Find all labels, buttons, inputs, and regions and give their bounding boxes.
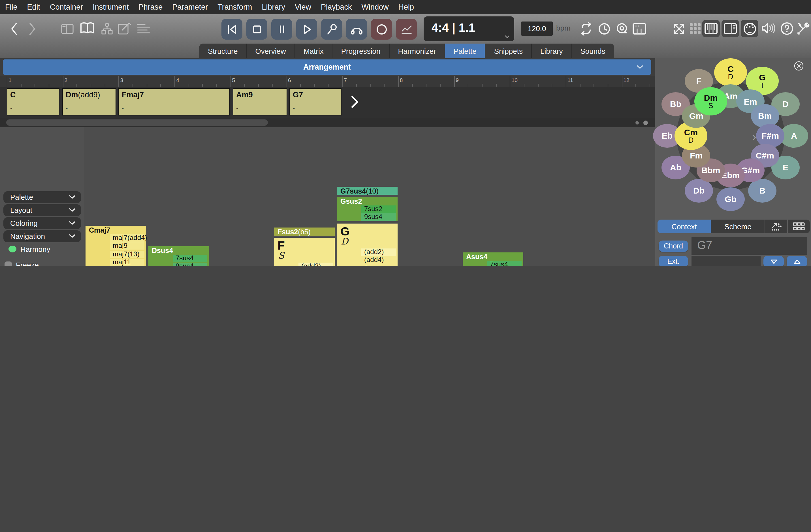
harmony-radio[interactable] xyxy=(9,246,16,252)
menu-help[interactable]: Help xyxy=(398,3,414,11)
transport-record-button[interactable] xyxy=(371,19,392,40)
chord-variant[interactable]: maj11 xyxy=(110,259,144,266)
transport-skip-start-button[interactable] xyxy=(221,19,242,40)
menu-file[interactable]: File xyxy=(5,3,18,11)
chord-block-G7sus4[interactable]: G7sus4(10) xyxy=(337,187,398,195)
ext-down-button[interactable] xyxy=(763,256,784,266)
transport-stop-button[interactable] xyxy=(246,19,267,40)
circle-chord-C[interactable]: CD xyxy=(714,58,747,87)
chord-variant[interactable]: 7sus4 xyxy=(173,255,207,262)
speaker-icon[interactable] xyxy=(761,21,776,35)
timeline-ruler[interactable]: 123456789101112 xyxy=(0,76,655,87)
menu-phrase[interactable]: Phrase xyxy=(138,3,163,11)
tab-structure[interactable]: Structure xyxy=(199,44,247,58)
tab-progression[interactable]: Progression xyxy=(333,44,389,58)
midi-din-button[interactable] xyxy=(741,20,758,37)
chord-block-Gsus2[interactable]: Gsus27sus29sus4 xyxy=(337,197,398,221)
menu-instrument[interactable]: Instrument xyxy=(93,3,129,11)
menu-library[interactable]: Library xyxy=(262,3,285,11)
freeze-checkbox[interactable] xyxy=(4,262,12,266)
menu-view[interactable]: View xyxy=(295,3,311,11)
estimate-scheme-icon[interactable] xyxy=(765,220,787,233)
next-chevron-icon[interactable] xyxy=(351,96,359,108)
library-book-icon[interactable] xyxy=(80,22,95,36)
menu-edit[interactable]: Edit xyxy=(27,3,41,11)
progression-view-icon[interactable] xyxy=(788,220,810,233)
menu-parameter[interactable]: Parameter xyxy=(172,3,208,11)
zoom-dot2-icon[interactable] xyxy=(643,121,648,125)
zoom-dot-icon[interactable] xyxy=(636,121,639,125)
tab-scheme[interactable]: Scheme xyxy=(711,220,765,233)
circle-next-icon[interactable]: › xyxy=(752,130,756,144)
grid-icon[interactable] xyxy=(690,23,701,34)
arrangement-chord-Am9[interactable]: Am9 - xyxy=(233,88,287,115)
chord-variant[interactable]: (add2) xyxy=(361,248,396,256)
chord-variant[interactable]: maj9 xyxy=(110,242,144,250)
chord-variant[interactable]: maj7(add4) xyxy=(110,234,144,242)
sidebar-dropdown-coloring[interactable]: Coloring xyxy=(3,217,81,229)
chord-variant[interactable]: 6 xyxy=(361,265,396,266)
chord-block-F[interactable]: FS(add2)6maj7(add9)6(add2)6(add9)maj9maj… xyxy=(274,238,335,266)
sidebar-dropdown-palette[interactable]: Palette xyxy=(3,191,81,203)
tools-icon[interactable] xyxy=(796,22,810,36)
loop-icon[interactable] xyxy=(579,22,594,36)
tab-sounds[interactable]: Sounds xyxy=(572,44,614,58)
chord-block-Fsus2[interactable]: Fsus2(b5) xyxy=(274,228,335,236)
chord-variant[interactable]: maj7(13) xyxy=(110,251,144,258)
chord-variant[interactable]: 7sus2 xyxy=(361,205,396,213)
circle-chord-Db[interactable]: Db xyxy=(685,179,713,203)
chord-block-Dsus4[interactable]: Dsus47sus49sus4 xyxy=(148,246,209,266)
chord-block-Cmaj7[interactable]: Cmaj7maj7(add4)maj9maj7(13)maj11 xyxy=(86,225,146,266)
transport-automation-button[interactable] xyxy=(396,19,417,40)
tab-matrix[interactable]: Matrix xyxy=(295,44,333,58)
midi-keyboard-icon[interactable] xyxy=(632,23,646,34)
transport-monitor-button[interactable] xyxy=(346,19,367,40)
chord-variant[interactable]: 9sus4 xyxy=(361,214,396,221)
menu-transform[interactable]: Transform xyxy=(217,3,252,11)
fullscreen-icon[interactable] xyxy=(673,22,685,35)
edit-icon[interactable] xyxy=(118,22,132,36)
menu-playback[interactable]: Playback xyxy=(321,3,352,11)
tab-context[interactable]: Context xyxy=(658,220,711,233)
help-icon[interactable] xyxy=(780,22,793,35)
transport-pause-button[interactable] xyxy=(271,19,292,40)
chord-variant[interactable]: 9sus4 xyxy=(173,263,207,266)
circle-chord-Gb[interactable]: Gb xyxy=(716,187,745,211)
arrangement-chord-Fmaj7[interactable]: Fmaj7 - xyxy=(118,88,230,115)
forward-button[interactable] xyxy=(27,21,37,36)
chord-field[interactable]: G7 xyxy=(691,237,807,255)
sidebar-toggle-button[interactable] xyxy=(721,20,739,37)
arrangement-chord-G7[interactable]: G7 - xyxy=(289,88,341,115)
tab-snippets[interactable]: Snippets xyxy=(486,44,532,58)
tempo-field[interactable]: 120.0 xyxy=(521,21,553,36)
ext-field[interactable] xyxy=(691,256,761,266)
structure-tree-icon[interactable] xyxy=(101,22,113,35)
transport-record-arm-button[interactable] xyxy=(321,19,342,40)
transport-play-button[interactable] xyxy=(296,19,317,40)
scrollbar-thumb[interactable] xyxy=(6,120,268,126)
ext-up-button[interactable] xyxy=(787,256,807,266)
punch-icon[interactable] xyxy=(616,22,628,35)
tab-overview[interactable]: Overview xyxy=(247,44,295,58)
back-button[interactable] xyxy=(9,21,19,36)
inspector-icon[interactable] xyxy=(61,24,74,34)
circle-chord-B[interactable]: B xyxy=(748,179,777,203)
arrangement-chord-Dm[interactable]: Dm(add9) - xyxy=(62,88,116,115)
piano-toggle-button[interactable] xyxy=(702,20,720,37)
time-signature-display[interactable]: 4:4 | 1.1 xyxy=(424,16,514,41)
tab-library[interactable]: Library xyxy=(532,44,572,58)
menu-window[interactable]: Window xyxy=(362,3,389,11)
clock-icon[interactable] xyxy=(598,22,611,35)
sidebar-dropdown-navigation[interactable]: Navigation xyxy=(3,230,81,242)
chord-block-G[interactable]: GD(add2)(add4)67(add9)6(add2)6(add4)6(ad… xyxy=(337,223,398,266)
chord-variant[interactable]: (add2) xyxy=(299,263,333,266)
arrangement-chord-C[interactable]: C - xyxy=(7,88,60,115)
list-icon[interactable] xyxy=(137,22,151,34)
horizontal-scrollbar[interactable] xyxy=(0,118,655,127)
chord-variant[interactable]: (add4) xyxy=(361,257,396,264)
chord-variant[interactable]: 7sus4 xyxy=(487,261,522,266)
arrangement-header[interactable]: Arrangement xyxy=(3,59,651,75)
sidebar-dropdown-layout[interactable]: Layout xyxy=(3,204,81,216)
tab-palette[interactable]: Palette xyxy=(445,44,486,58)
tab-harmonizer[interactable]: Harmonizer xyxy=(389,44,445,58)
